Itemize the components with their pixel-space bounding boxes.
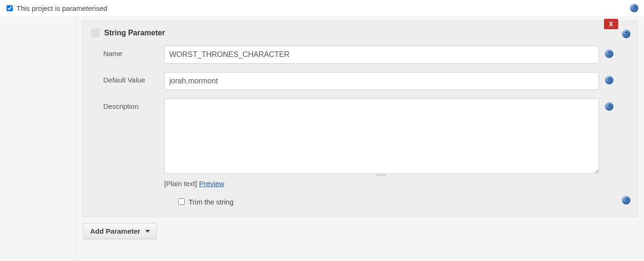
help-icon[interactable] — [605, 102, 613, 111]
add-parameter-button[interactable]: Add Parameter — [83, 223, 157, 239]
parameterised-label: This project is parameterised — [17, 4, 107, 12]
resize-grip-icon[interactable]: ━━━ — [164, 172, 599, 178]
default-value-input[interactable] — [164, 72, 599, 90]
left-gutter — [0, 17, 75, 261]
description-textarea[interactable] — [164, 98, 599, 174]
caret-down-icon — [145, 230, 150, 233]
description-format-note: [Plain text] — [164, 179, 199, 188]
help-icon[interactable] — [605, 76, 613, 84]
help-icon[interactable] — [605, 49, 613, 58]
trim-label: Trim the string — [189, 198, 233, 206]
name-input[interactable] — [164, 46, 599, 64]
add-parameter-label: Add Parameter — [90, 227, 140, 235]
drag-handle-icon[interactable] — [91, 29, 99, 37]
help-icon[interactable] — [622, 30, 630, 38]
help-icon[interactable] — [622, 196, 630, 204]
parameter-title: String Parameter — [104, 29, 165, 37]
parameterised-checkbox[interactable] — [7, 5, 13, 11]
preview-link[interactable]: Preview — [199, 179, 224, 188]
help-icon[interactable] — [630, 4, 638, 12]
name-label: Name — [91, 46, 164, 57]
delete-parameter-button[interactable]: X — [604, 19, 618, 29]
trim-checkbox[interactable] — [178, 198, 185, 205]
default-value-label: Default Value — [91, 72, 164, 84]
string-parameter-block: X String Parameter Name Default Value — [82, 21, 637, 217]
description-label: Description — [91, 98, 164, 110]
